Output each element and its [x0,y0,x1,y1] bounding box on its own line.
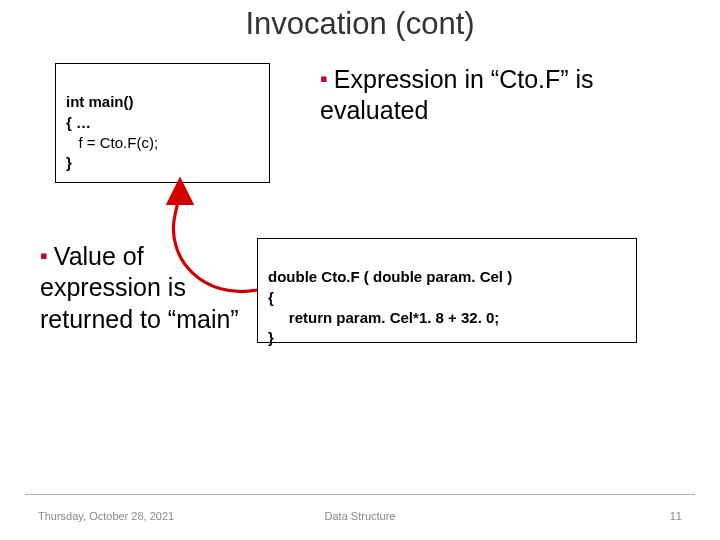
code-main-l1: int main() [66,93,134,110]
code-func-l1: double Cto.F ( double param. Cel ) [268,268,512,285]
code-func-l3: return param. Cel*1. 8 + 32. 0; [268,309,499,326]
footer-center: Data Structure [0,510,720,522]
bullet-expression-evaluated: ▪Expression in “Cto.F” is evaluated [320,64,650,127]
bullet-value-returned: ▪Value of expression is returned to “mai… [40,241,240,335]
bullet-square-icon: ▪ [320,66,328,91]
bullet-left-text: Value of expression is returned to “main… [40,242,239,333]
code-main-l4: } [66,154,72,171]
code-main-l3: f = Cto.F(c); [66,134,158,151]
code-box-main: int main() { … f = Cto.F(c); } [55,63,270,183]
footer-page-number: 11 [670,510,682,522]
code-box-func: double Cto.F ( double param. Cel ) { ret… [257,238,637,343]
code-func-l2: { [268,289,274,306]
bullet-right-text: Expression in “Cto.F” is evaluated [320,65,594,124]
slide-title: Invocation (cont) [0,6,720,42]
code-func-l4: } [268,329,274,346]
bullet-square-icon: ▪ [40,243,48,268]
footer-divider [25,494,695,495]
code-main-l2: { … [66,114,91,131]
